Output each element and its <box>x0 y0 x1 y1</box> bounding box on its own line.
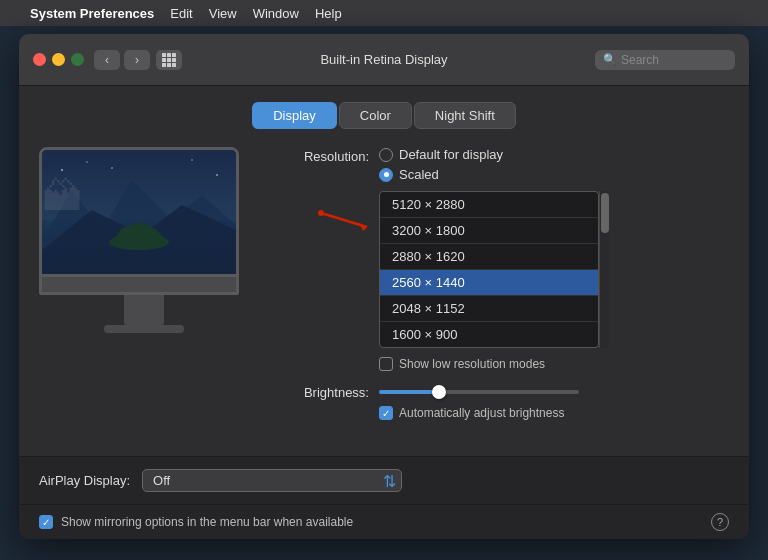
res-item-3[interactable]: 2560 × 1440 <box>380 270 598 296</box>
airplay-bar: AirPlay Display: Off On ⇅ <box>19 456 749 504</box>
search-input[interactable] <box>621 53 727 67</box>
svg-marker-12 <box>359 223 367 231</box>
svg-point-7 <box>86 161 88 163</box>
resolution-default-label: Default for display <box>399 147 503 162</box>
resolution-controls: Default for display Scaled <box>379 147 609 371</box>
search-box[interactable]: 🔍 <box>595 50 735 70</box>
mirroring-label: Show mirroring options in the menu bar w… <box>61 515 353 529</box>
settings-panel: Resolution: Default for display Scaled <box>279 147 729 420</box>
scrollbar-thumb[interactable] <box>601 193 609 233</box>
svg-point-6 <box>61 169 63 171</box>
svg-point-10 <box>216 174 218 176</box>
svg-rect-0 <box>42 150 236 274</box>
forward-button[interactable]: › <box>124 50 150 70</box>
svg-rect-1 <box>42 220 236 274</box>
traffic-lights <box>33 53 84 66</box>
display-main: Resolution: Default for display Scaled <box>39 147 729 420</box>
low-res-row: Show low resolution modes <box>379 357 609 371</box>
svg-marker-2 <box>42 180 236 274</box>
tab-bar: Display Color Night Shift <box>39 102 729 129</box>
tab-color[interactable]: Color <box>339 102 412 129</box>
airplay-label: AirPlay Display: <box>39 473 130 488</box>
radio-default[interactable] <box>379 148 393 162</box>
resolution-list-container: 5120 × 2880 3200 × 1800 2880 × 1620 2560… <box>379 191 609 348</box>
brightness-label: Brightness: <box>279 383 369 400</box>
menu-view[interactable]: View <box>209 6 237 21</box>
menu-help[interactable]: Help <box>315 6 342 21</box>
toolbar: ‹ › Built-in Retina Display 🔍 <box>19 34 749 86</box>
brightness-thumb[interactable] <box>432 385 446 399</box>
content-area: Display Color Night Shift <box>19 86 749 436</box>
imac-wrapper <box>39 147 249 333</box>
radio-scaled[interactable] <box>379 168 393 182</box>
grid-icon <box>162 53 176 67</box>
resolution-list: 5120 × 2880 3200 × 1800 2880 × 1620 2560… <box>379 191 599 348</box>
svg-point-13 <box>318 210 324 216</box>
grid-view-button[interactable] <box>156 50 182 70</box>
resolution-default-option[interactable]: Default for display <box>379 147 609 162</box>
help-button[interactable]: ? <box>711 513 729 531</box>
brightness-slider[interactable] <box>379 390 579 394</box>
toolbar-title: Built-in Retina Display <box>320 52 447 67</box>
brightness-fill <box>379 390 439 394</box>
imac-screen <box>39 147 239 277</box>
red-arrow <box>317 209 375 231</box>
menubar: System Preferences Edit View Window Help <box>0 0 768 26</box>
svg-point-8 <box>111 167 113 169</box>
brightness-row: Brightness: <box>279 383 729 400</box>
preferences-window: ‹ › Built-in Retina Display 🔍 Display Co… <box>19 34 749 539</box>
svg-marker-5 <box>112 222 167 245</box>
auto-brightness-label: Automatically adjust brightness <box>399 406 564 420</box>
imac-stand <box>124 295 164 325</box>
resolution-scrollbar[interactable] <box>599 191 609 348</box>
resolution-label: Resolution: <box>279 147 369 164</box>
low-res-label: Show low resolution modes <box>399 357 545 371</box>
imac-screen-content <box>42 150 236 274</box>
airplay-select-wrapper: Off On ⇅ <box>142 469 402 492</box>
mirroring-row: ✓ Show mirroring options in the menu bar… <box>19 504 749 539</box>
search-icon: 🔍 <box>603 53 617 66</box>
svg-point-9 <box>191 159 193 161</box>
menu-window[interactable]: Window <box>253 6 299 21</box>
minimize-button[interactable] <box>52 53 65 66</box>
res-item-1[interactable]: 3200 × 1800 <box>380 218 598 244</box>
low-res-checkbox[interactable] <box>379 357 393 371</box>
resolution-scaled-option[interactable]: Scaled <box>379 167 609 182</box>
res-item-4[interactable]: 2048 × 1152 <box>380 296 598 322</box>
resolution-scaled-label: Scaled <box>399 167 439 182</box>
auto-brightness-row: ✓ Automatically adjust brightness <box>379 406 729 420</box>
tab-night-shift[interactable]: Night Shift <box>414 102 516 129</box>
res-item-0[interactable]: 5120 × 2880 <box>380 192 598 218</box>
menu-edit[interactable]: Edit <box>170 6 192 21</box>
res-item-5[interactable]: 1600 × 900 <box>380 322 598 347</box>
tab-display[interactable]: Display <box>252 102 337 129</box>
mirroring-checkbox[interactable]: ✓ <box>39 515 53 529</box>
imac-chin <box>39 277 239 295</box>
imac-base <box>104 325 184 333</box>
app-title: System Preferences <box>30 6 154 21</box>
res-item-2[interactable]: 2880 × 1620 <box>380 244 598 270</box>
close-button[interactable] <box>33 53 46 66</box>
nav-buttons: ‹ › <box>94 50 150 70</box>
auto-brightness-checkbox[interactable]: ✓ <box>379 406 393 420</box>
maximize-button[interactable] <box>71 53 84 66</box>
back-button[interactable]: ‹ <box>94 50 120 70</box>
svg-marker-3 <box>42 205 236 274</box>
resolution-row: Resolution: Default for display Scaled <box>279 147 729 371</box>
svg-point-4 <box>109 234 169 250</box>
airplay-select[interactable]: Off On <box>142 469 402 492</box>
imac-preview <box>39 147 259 333</box>
